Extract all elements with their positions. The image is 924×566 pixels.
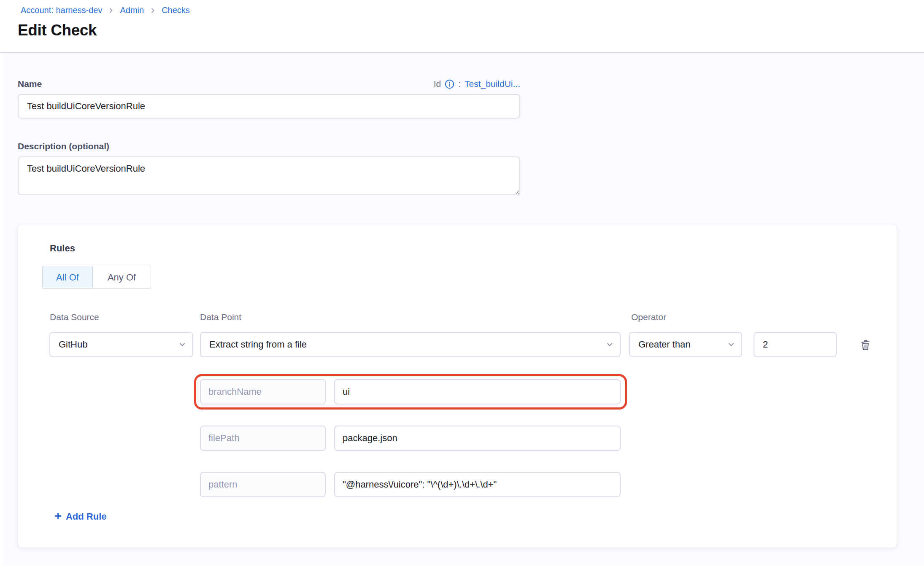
chevron-right-icon [108, 7, 114, 14]
operator-value: Greater than [638, 339, 691, 350]
delete-rule-button[interactable] [854, 334, 876, 356]
page-title: Edit Check [18, 22, 924, 39]
data-point-value: Extract string from a file [209, 339, 307, 350]
data-source-label: Data Source [50, 312, 99, 322]
chevron-down-icon [178, 340, 186, 349]
breadcrumb: Account: harness-dev Admin Checks [21, 5, 924, 15]
id-label: Id [434, 79, 441, 89]
data-source-select[interactable]: GitHub [49, 332, 193, 357]
rules-card: Rules All Of Any Of Data Source Data Poi… [18, 224, 897, 548]
chevron-down-icon [727, 340, 735, 349]
mode-all-of-button[interactable]: All Of [43, 266, 92, 288]
kv-key-filepath[interactable] [200, 426, 326, 451]
kv-key-pattern[interactable] [200, 472, 326, 497]
kv-value-filepath[interactable] [334, 426, 621, 451]
name-label: Name [18, 79, 42, 89]
operator-label: Operator [631, 312, 666, 322]
breadcrumb-checks[interactable]: Checks [162, 5, 190, 15]
chevron-right-icon [149, 7, 156, 14]
kv-key-branchname[interactable] [200, 379, 326, 404]
mode-any-of-button[interactable]: Any Of [92, 266, 151, 288]
chevron-down-icon [605, 340, 614, 349]
trash-icon [858, 337, 873, 352]
breadcrumb-account[interactable]: Account: harness-dev [21, 5, 102, 15]
description-section: Description (optional) Test buildUiCoreV… [18, 141, 520, 195]
data-point-label: Data Point [200, 312, 241, 322]
description-textarea[interactable]: Test buildUiCoreVersionRule [18, 156, 520, 195]
operator-select[interactable]: Greater than [629, 332, 742, 357]
data-source-value: GitHub [59, 339, 87, 350]
threshold-input[interactable] [754, 332, 837, 357]
kv-value-branchname[interactable] [334, 379, 621, 404]
plus-icon: + [54, 510, 62, 522]
rule-mode-toggle: All Of Any Of [42, 266, 151, 289]
identifier-row: Id : Test_buildUi... [434, 79, 520, 89]
description-label: Description (optional) [18, 141, 520, 151]
rules-title: Rules [50, 243, 75, 254]
edit-check-form: Name Id : Test_buildUi... Description (o… [0, 53, 924, 565]
page-header: Account: harness-dev Admin Checks Edit C… [0, 0, 924, 53]
kv-value-pattern[interactable] [334, 472, 621, 497]
name-section: Name Id : Test_buildUi... [18, 79, 520, 119]
breadcrumb-admin[interactable]: Admin [120, 5, 144, 15]
add-rule-label: Add Rule [66, 511, 107, 522]
name-input[interactable] [18, 94, 520, 119]
info-icon[interactable] [445, 79, 454, 89]
id-value-link[interactable]: Test_buildUi... [465, 79, 520, 89]
add-rule-button[interactable]: + Add Rule [54, 511, 107, 522]
data-point-select[interactable]: Extract string from a file [200, 332, 621, 357]
id-colon: : [458, 79, 461, 89]
